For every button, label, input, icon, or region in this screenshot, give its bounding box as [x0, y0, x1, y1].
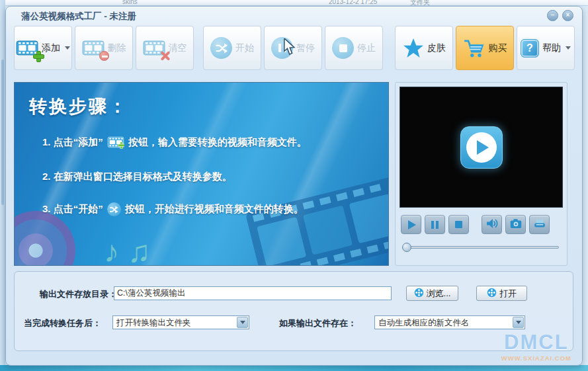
close-icon: × [566, 11, 570, 19]
file-exists-value: 自动生成相应的新文件名 [378, 317, 470, 329]
background-window-edge [0, 0, 5, 371]
player-pause-button[interactable] [425, 215, 445, 234]
filmstrip-delete-icon [82, 39, 105, 57]
file-exists-label: 如果输出文件存在： [279, 317, 357, 329]
step-2: 2. 在新弹出窗口选择目标格式及转换参数。 [42, 171, 232, 183]
filmstrip-clear-icon [143, 39, 165, 57]
skin-label: 皮肤 [427, 42, 446, 54]
watermark-logo: DMCL [501, 331, 571, 354]
help-caret-icon [566, 46, 571, 50]
window-title: 蒲公英视频格式工厂 - 未注册 [21, 11, 136, 22]
add-button[interactable]: 添加 [14, 26, 72, 70]
player-play-button[interactable] [401, 215, 421, 234]
clear-button[interactable]: 清空 [136, 26, 194, 70]
help-qmark: ? [526, 42, 533, 54]
buy-button[interactable]: 购买 [456, 26, 514, 70]
add-label: 添加 [42, 42, 60, 54]
chevron-down-icon [516, 321, 521, 324]
step-3-text-pre: 3. 点击“开始” [42, 203, 103, 216]
start-label: 开始 [235, 42, 254, 54]
watermark-site: WWW.SXIAZAI.COM [501, 354, 571, 362]
background-file-date: 2013-12-2 17:25 [329, 0, 377, 5]
add-caret-icon [65, 46, 70, 50]
skin-button[interactable]: 皮肤 [395, 26, 453, 70]
open-button[interactable]: 打开 [476, 286, 527, 301]
video-preview[interactable] [399, 87, 563, 208]
seek-slider[interactable] [401, 243, 561, 253]
minus-badge-icon [99, 51, 109, 61]
start-shuffle-icon [210, 37, 232, 59]
steps-panel: ♪ ♫ 转换步骤： 1. 点击“添加” 按钮，输入 [14, 82, 389, 266]
file-exists-dropdown[interactable]: 自动生成相应的新文件名 [374, 315, 525, 329]
help-button[interactable]: ? 帮助 [517, 26, 575, 70]
cart-icon [463, 38, 485, 58]
pause-button[interactable]: 暂停 [264, 26, 322, 70]
pause-icon [271, 37, 293, 59]
filmstrip-add-icon [16, 39, 38, 57]
play-logo-icon [466, 132, 497, 163]
player-volume-button[interactable] [482, 215, 502, 234]
clear-label: 清空 [169, 42, 187, 54]
browse-button[interactable]: 浏览... [406, 286, 458, 301]
play-icon [408, 220, 416, 229]
delete-label: 删除 [108, 42, 126, 54]
step-1-text-pre: 1. 点击“添加” [42, 136, 103, 149]
background-file-type: 文件夹 [410, 0, 430, 6]
step-2-text: 2. 在新弹出窗口选择目标格式及转换参数。 [42, 171, 232, 183]
output-settings-panel: 输出文件存放目录： 浏览... [14, 271, 573, 351]
step-1-text-post: 按钮，输入需要转换的视频和音频文件。 [128, 136, 307, 149]
step-3: 3. 点击“开始” 按钮，开始进行视频和音频文件的转换。 [42, 202, 304, 216]
stop-square-icon [455, 221, 462, 228]
title-bar[interactable]: 蒲公英视频格式工厂 - 未注册 – × [6, 7, 582, 24]
after-task-dropdown-button[interactable] [237, 317, 248, 328]
window-controls: – × [547, 10, 573, 21]
x-badge-icon [160, 51, 170, 61]
volume-icon [485, 216, 499, 233]
file-exists-dropdown-button[interactable] [513, 317, 524, 328]
player-stop-button[interactable] [448, 215, 469, 234]
step-1: 1. 点击“添加” 按钮，输入需要转换的视频和音频文件。 [42, 136, 307, 149]
seek-track [403, 246, 559, 249]
minimize-button[interactable]: – [547, 10, 558, 21]
open-reel-icon [487, 288, 497, 300]
close-button[interactable]: × [562, 10, 573, 21]
open-label: 打开 [499, 288, 517, 300]
star-icon [403, 38, 424, 58]
background-file-name: skins [122, 0, 138, 5]
output-dir-input[interactable] [114, 286, 392, 300]
after-task-dropdown[interactable]: 打开转换输出文件夹 [112, 315, 249, 329]
player-snapshot-button[interactable] [505, 215, 526, 234]
browse-reel-icon [414, 288, 424, 300]
toolbar: 添加 删除 [14, 26, 575, 70]
start-button[interactable]: 开始 [203, 26, 261, 70]
stop-button[interactable]: 停止 [325, 26, 383, 70]
pause-bars-icon [431, 221, 439, 229]
background-bottom-strip [0, 365, 588, 371]
player-eject-button[interactable] [529, 215, 550, 234]
help-icon: ? [521, 39, 539, 58]
preview-panel [395, 82, 567, 266]
steps-title: 转换步骤： [29, 95, 128, 118]
player-controls [401, 215, 550, 234]
stop-icon [332, 37, 354, 59]
chevron-down-icon [240, 321, 245, 324]
eject-tray-icon [532, 216, 547, 233]
delete-button[interactable]: 删除 [75, 26, 133, 70]
seek-knob[interactable] [402, 243, 411, 252]
pause-label: 暂停 [296, 42, 315, 54]
after-task-value: 打开转换输出文件夹 [116, 317, 191, 329]
minimize-icon: – [551, 11, 555, 19]
player-logo [460, 126, 503, 169]
inline-start-icon [107, 202, 121, 216]
watermark: DMCL WWW.SXIAZAI.COM [501, 331, 571, 362]
inline-add-icon [107, 136, 124, 149]
buy-label: 购买 [489, 42, 507, 54]
after-task-label: 当完成转换任务后： [24, 317, 101, 329]
camera-icon [509, 216, 523, 233]
stop-label: 停止 [357, 42, 376, 54]
browse-label: 浏览... [427, 288, 451, 300]
output-dir-label: 输出文件存放目录： [40, 288, 117, 300]
step-3-text-post: 按钮，开始进行视频和音频文件的转换。 [125, 203, 304, 216]
help-label: 帮助 [542, 42, 561, 54]
music-notes-decoration: ♪ ♫ [104, 233, 150, 266]
